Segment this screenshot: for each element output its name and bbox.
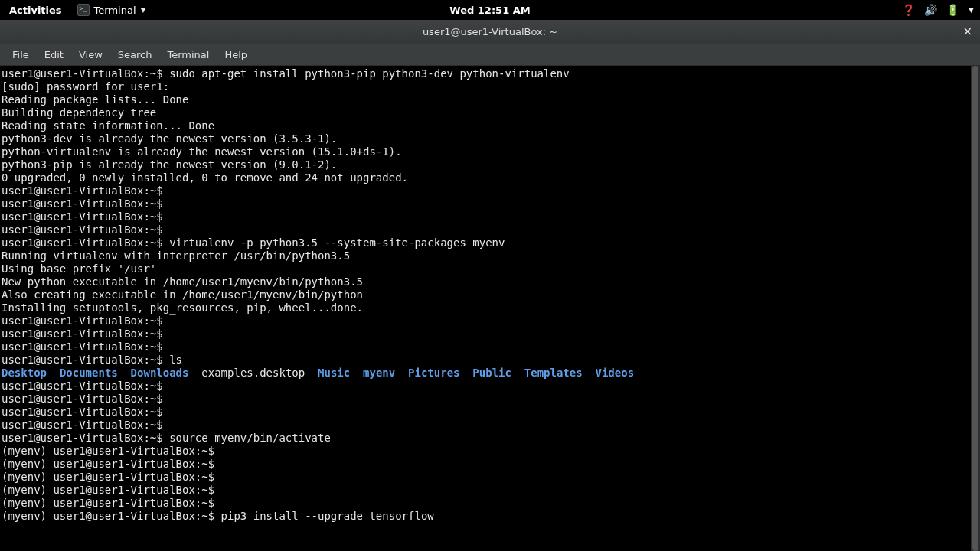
menu-view[interactable]: View [71, 46, 110, 64]
terminal-line: user1@user1-VirtualBox:~$ [2, 315, 978, 328]
directory-entry: Documents [60, 367, 118, 379]
terminal-line: 0 upgraded, 0 newly installed, 0 to remo… [2, 171, 978, 184]
directory-entry: myenv [363, 367, 395, 379]
gnome-topbar: Activities Terminal ▼ Wed 12:51 AM ❓ 🔊 🔋… [0, 0, 980, 20]
directory-entry: Desktop [2, 367, 47, 379]
terminal-line: (myenv) user1@user1-VirtualBox:~$ [2, 445, 978, 458]
clock[interactable]: Wed 12:51 AM [449, 5, 530, 16]
directory-entry: Public [472, 367, 511, 379]
battery-icon[interactable]: 🔋 [946, 4, 959, 16]
menu-terminal[interactable]: Terminal [159, 46, 217, 64]
close-icon[interactable]: × [962, 24, 972, 38]
scrollbar[interactable] [971, 66, 980, 551]
menu-edit[interactable]: Edit [37, 46, 71, 64]
terminal-line: python3-pip is already the newest versio… [2, 158, 978, 171]
terminal-line: user1@user1-VirtualBox:~$ [2, 341, 978, 354]
terminal-line: python3-dev is already the newest versio… [2, 132, 978, 145]
terminal-line: user1@user1-VirtualBox:~$ [2, 393, 978, 406]
terminal-line: New python executable in /home/user1/mye… [2, 276, 978, 289]
terminal-line: user1@user1-VirtualBox:~$ [2, 210, 978, 223]
volume-icon[interactable]: 🔊 [924, 4, 937, 16]
terminal-viewport[interactable]: user1@user1-VirtualBox:~$ sudo apt-get i… [0, 66, 980, 551]
activities-button[interactable]: Activities [0, 2, 71, 19]
menu-help[interactable]: Help [217, 46, 255, 64]
terminal-line: (myenv) user1@user1-VirtualBox:~$ [2, 484, 978, 497]
terminal-line: user1@user1-VirtualBox:~$ ls [2, 354, 978, 367]
terminal-line: Building dependency tree [2, 106, 978, 119]
terminal-line: user1@user1-VirtualBox:~$ [2, 380, 978, 393]
directory-entry: Videos [596, 367, 635, 379]
accessibility-icon[interactable]: ❓ [902, 4, 915, 16]
directory-entry: Pictures [408, 367, 459, 379]
file-entry: examples.desktop [201, 367, 305, 379]
terminal-line: Using base prefix '/usr' [2, 262, 978, 276]
terminal-line: Running virtualenv with interpreter /usr… [2, 249, 978, 262]
terminal-line: Reading state information... Done [2, 119, 978, 132]
terminal-line: user1@user1-VirtualBox:~$ [2, 419, 978, 432]
directory-entry: Music [318, 367, 350, 379]
terminal-line: user1@user1-VirtualBox:~$ virtualenv -p … [2, 236, 978, 249]
directory-entry: Downloads [131, 367, 189, 379]
menu-file[interactable]: File [5, 46, 37, 64]
terminal-line: user1@user1-VirtualBox:~$ [2, 184, 978, 197]
terminal-line: user1@user1-VirtualBox:~$ [2, 223, 978, 236]
terminal-line: user1@user1-VirtualBox:~$ [2, 406, 978, 419]
terminal-line: Reading package lists... Done [2, 93, 978, 106]
terminal-line: Also creating executable in /home/user1/… [2, 289, 978, 302]
menu-search[interactable]: Search [110, 46, 160, 64]
terminal-window: user1@user1-VirtualBox: ~ × File Edit Vi… [0, 20, 980, 551]
terminal-line: (myenv) user1@user1-VirtualBox:~$ pip3 i… [2, 510, 978, 523]
terminal-line: python-virtualenv is already the newest … [2, 145, 978, 158]
terminal-line: user1@user1-VirtualBox:~$ [2, 328, 978, 341]
terminal-line: Installing setuptools, pkg_resources, pi… [2, 302, 978, 315]
app-menu[interactable]: Terminal ▼ [71, 1, 152, 19]
terminal-line: user1@user1-VirtualBox:~$ source myenv/b… [2, 432, 978, 445]
scrollbar-thumb[interactable] [972, 66, 978, 551]
terminal-line: user1@user1-VirtualBox:~$ [2, 197, 978, 210]
terminal-line: (myenv) user1@user1-VirtualBox:~$ [2, 497, 978, 510]
window-titlebar[interactable]: user1@user1-VirtualBox: ~ × [0, 20, 980, 44]
app-menu-label: Terminal [94, 5, 136, 16]
terminal-line: user1@user1-VirtualBox:~$ sudo apt-get i… [2, 67, 978, 80]
chevron-down-icon: ▼ [141, 6, 146, 14]
chevron-down-icon[interactable]: ▼ [969, 6, 974, 14]
ls-output: Desktop Documents Downloads examples.des… [2, 367, 978, 380]
system-status-area[interactable]: ❓ 🔊 🔋 ▼ [902, 4, 974, 16]
terminal-line: (myenv) user1@user1-VirtualBox:~$ [2, 471, 978, 484]
menubar: File Edit View Search Terminal Help [0, 44, 980, 66]
terminal-icon [77, 4, 90, 16]
directory-entry: Templates [524, 367, 583, 379]
terminal-line: [sudo] password for user1: [2, 80, 978, 93]
window-title: user1@user1-VirtualBox: ~ [423, 26, 557, 37]
terminal-line: (myenv) user1@user1-VirtualBox:~$ [2, 458, 978, 471]
